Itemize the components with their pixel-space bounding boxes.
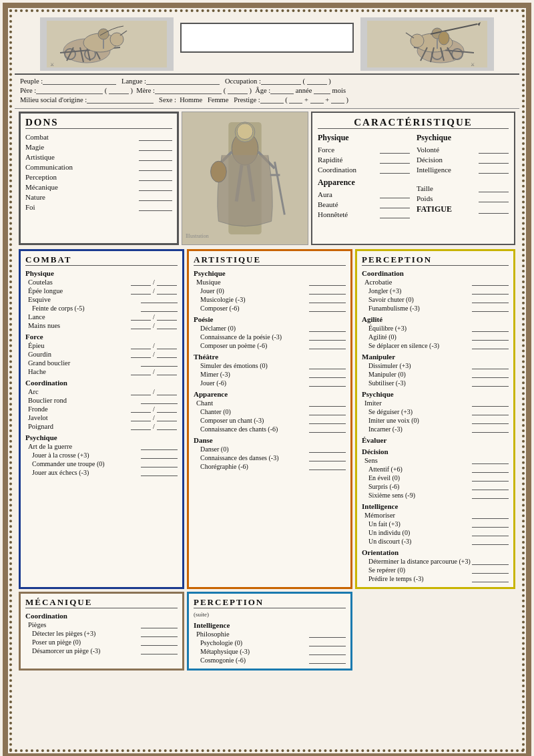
score-line[interactable]	[309, 362, 346, 369]
pere-sub[interactable]	[109, 87, 129, 94]
score-line[interactable]	[141, 647, 178, 654]
carac-score[interactable]	[380, 146, 410, 154]
score-line[interactable]	[309, 463, 346, 470]
score-line[interactable]	[309, 371, 346, 378]
score-line[interactable]	[141, 621, 178, 628]
score-line[interactable]	[472, 371, 509, 378]
dons-score-0[interactable]	[139, 133, 172, 141]
score-line[interactable]	[309, 454, 346, 461]
score-line[interactable]	[131, 405, 151, 413]
score-line[interactable]	[472, 538, 509, 545]
score-line2[interactable]	[157, 351, 177, 358]
score-line[interactable]	[309, 325, 346, 332]
score-line[interactable]	[309, 342, 346, 349]
score-line2[interactable]	[157, 278, 177, 286]
score-line[interactable]	[131, 342, 151, 349]
dons-score-1[interactable]	[139, 143, 172, 151]
score-line[interactable]	[141, 397, 178, 404]
score-line[interactable]	[131, 368, 151, 375]
langue-line[interactable]	[146, 77, 220, 85]
score-line[interactable]	[309, 425, 346, 433]
score-line[interactable]	[472, 417, 509, 424]
score-line[interactable]	[472, 296, 509, 303]
dons-score-6[interactable]	[139, 193, 172, 201]
score-line[interactable]	[141, 460, 178, 467]
score-line[interactable]	[309, 630, 346, 638]
pere-line[interactable]	[36, 87, 103, 94]
score-line[interactable]	[131, 322, 151, 329]
prestige-sub1[interactable]	[289, 96, 302, 104]
peuple-line[interactable]	[43, 77, 116, 85]
score-line[interactable]	[472, 558, 509, 565]
score-line[interactable]	[131, 313, 151, 321]
score-line[interactable]	[472, 278, 509, 286]
score-line[interactable]	[472, 305, 509, 312]
dons-score-5[interactable]	[139, 183, 172, 191]
score-line[interactable]	[131, 287, 151, 295]
score-line[interactable]	[309, 305, 346, 312]
score-line[interactable]	[309, 278, 346, 286]
score-line[interactable]	[309, 296, 346, 303]
score-line[interactable]	[472, 465, 509, 473]
score-line[interactable]	[472, 325, 509, 332]
dons-score-7[interactable]	[139, 203, 172, 211]
score-line[interactable]	[141, 296, 178, 303]
score-line[interactable]	[472, 408, 509, 415]
score-line[interactable]	[472, 342, 509, 349]
carac-score[interactable]	[380, 166, 410, 174]
fatigue-score[interactable]	[479, 206, 509, 214]
carac-score[interactable]	[479, 166, 509, 174]
score-line[interactable]	[309, 399, 346, 407]
score-line2[interactable]	[157, 388, 177, 395]
prestige-line[interactable]	[260, 96, 284, 104]
score-line[interactable]	[131, 351, 151, 358]
carac-score[interactable]	[380, 210, 410, 218]
mere-sub[interactable]	[228, 87, 248, 94]
score-line[interactable]	[309, 445, 346, 453]
score-line[interactable]	[309, 287, 346, 295]
dons-score-4[interactable]	[139, 173, 172, 181]
score-line[interactable]	[309, 333, 346, 341]
carac-score[interactable]	[380, 190, 410, 198]
score-line[interactable]	[141, 451, 178, 459]
milieu-line[interactable]	[87, 96, 154, 104]
occupation-sub[interactable]	[307, 77, 327, 85]
prestige-sub3[interactable]	[331, 96, 344, 104]
prestige-sub2[interactable]	[310, 96, 324, 104]
score-line[interactable]	[472, 457, 509, 464]
score-line[interactable]	[472, 529, 509, 536]
score-line[interactable]	[141, 638, 178, 646]
score-line[interactable]	[309, 417, 346, 424]
score-line[interactable]	[472, 566, 509, 574]
score-line[interactable]	[309, 639, 346, 646]
score-line[interactable]	[131, 388, 151, 395]
score-line[interactable]	[309, 379, 346, 387]
carac-score[interactable]	[479, 184, 509, 192]
score-line[interactable]	[472, 425, 509, 433]
score-line[interactable]	[472, 483, 509, 490]
score-line[interactable]	[141, 305, 178, 312]
score-line[interactable]	[131, 278, 151, 286]
score-line[interactable]	[472, 379, 509, 387]
dons-score-3[interactable]	[139, 163, 172, 171]
score-line[interactable]	[472, 492, 509, 499]
score-line[interactable]	[141, 630, 178, 637]
score-line[interactable]	[131, 414, 151, 421]
score-line[interactable]	[131, 423, 151, 430]
age-line[interactable]	[270, 87, 294, 94]
score-line[interactable]	[141, 359, 178, 367]
dons-score-2[interactable]	[139, 153, 172, 161]
score-line[interactable]	[141, 469, 178, 476]
score-line[interactable]	[472, 520, 509, 528]
score-line2[interactable]	[157, 342, 177, 349]
carac-score[interactable]	[380, 156, 410, 164]
score-line[interactable]	[309, 408, 346, 415]
score-line2[interactable]	[157, 414, 177, 421]
mere-line[interactable]	[155, 87, 222, 94]
score-line[interactable]	[309, 656, 346, 664]
score-line[interactable]	[472, 287, 509, 295]
score-line2[interactable]	[157, 405, 177, 413]
score-line[interactable]	[472, 575, 509, 582]
score-line[interactable]	[472, 362, 509, 369]
carac-score[interactable]	[479, 156, 509, 164]
